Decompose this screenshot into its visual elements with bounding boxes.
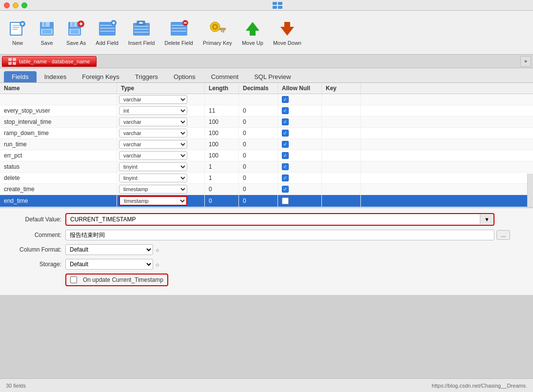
row-type[interactable]: timestamp (117, 195, 205, 207)
type-select[interactable]: varchar (119, 129, 187, 137)
svg-rect-16 (42, 30, 51, 34)
allow-null-checkbox[interactable] (282, 141, 289, 148)
col-type: Type (117, 83, 205, 94)
row-allow-null (278, 139, 322, 150)
on-update-box: On update Current_Timestamp (65, 274, 168, 286)
row-type[interactable]: varchar (117, 139, 205, 150)
storage-select[interactable]: Default (65, 259, 153, 270)
move-down-button[interactable]: Move Down (269, 17, 305, 48)
row-key (322, 117, 361, 127)
expand-button[interactable]: » (520, 56, 531, 67)
save-as-button[interactable]: Save As (62, 17, 90, 48)
allow-null-checkbox[interactable] (282, 186, 289, 193)
type-select[interactable]: timestamp (119, 196, 187, 206)
delete-field-button[interactable]: Delete Field (160, 17, 197, 48)
allow-null-checkbox[interactable] (282, 163, 289, 170)
default-value-input[interactable] (66, 214, 480, 225)
svg-rect-14 (44, 22, 46, 26)
row-name: every_stop_vuser (0, 105, 117, 116)
type-select[interactable]: varchar (119, 118, 187, 126)
row-key (322, 105, 361, 116)
traffic-lights (4, 2, 27, 8)
primary-key-button[interactable]: Primary Key (199, 17, 236, 48)
new-label: New (12, 40, 23, 46)
column-format-select[interactable]: Default (65, 244, 153, 255)
type-select[interactable]: tinyint (119, 174, 187, 182)
row-type[interactable]: varchar (117, 150, 205, 161)
svg-rect-42 (172, 31, 186, 32)
row-name: run_time (0, 139, 117, 150)
row-allow-null (278, 173, 322, 183)
address-tab[interactable]: table_name · database_name (2, 56, 97, 67)
tab-options[interactable]: Options (166, 71, 203, 82)
table-row: stop_interval_time varchar 100 0 (0, 117, 533, 128)
tab-foreign-keys[interactable]: Foreign Keys (74, 71, 127, 82)
type-select[interactable]: timestamp (119, 185, 187, 194)
row-type[interactable]: varchar (117, 94, 205, 105)
delete-field-label: Delete Field (164, 40, 193, 46)
row-type[interactable]: varchar (117, 128, 205, 138)
default-value-dropdown[interactable]: ▼ (480, 215, 494, 224)
table-row: ramp_down_time varchar 100 0 (0, 128, 533, 139)
row-type[interactable]: int (117, 105, 205, 116)
svg-rect-2 (273, 6, 277, 9)
svg-marker-51 (246, 22, 259, 36)
tab-fields[interactable]: Fields (4, 71, 37, 82)
tab-indexes[interactable]: Indexes (37, 71, 75, 82)
allow-null-checkbox[interactable] (282, 197, 289, 204)
on-update-checkbox[interactable] (70, 276, 77, 283)
row-decimals: 0 (239, 161, 278, 172)
row-type[interactable]: tinyint (117, 161, 205, 172)
new-button[interactable]: New (4, 17, 31, 48)
allow-null-checkbox[interactable] (282, 96, 289, 103)
add-field-icon (98, 19, 117, 39)
row-length: 100 (205, 128, 239, 138)
column-format-label: Column Format: (8, 246, 61, 253)
row-type[interactable]: tinyint (117, 173, 205, 183)
window-title (27, 1, 529, 9)
col-name: Name (0, 83, 117, 94)
row-type[interactable]: timestamp (117, 184, 205, 195)
row-length: 0 (205, 195, 239, 207)
allow-null-checkbox[interactable] (282, 130, 289, 137)
tab-sql-preview[interactable]: SQL Preview (246, 71, 298, 82)
svg-rect-56 (13, 62, 16, 65)
svg-rect-55 (8, 62, 12, 65)
move-up-button[interactable]: Move Up (238, 17, 267, 48)
insert-field-button[interactable]: Insert Field (124, 17, 158, 48)
type-select[interactable]: int (119, 106, 187, 115)
type-select[interactable]: tinyint (119, 162, 187, 171)
row-name: ramp_down_time (0, 128, 117, 138)
type-select[interactable]: varchar (119, 151, 187, 160)
svg-rect-50 (221, 30, 222, 32)
minimize-button[interactable] (13, 2, 19, 8)
status-url: https://blog.csdn.net/Chasing__Dreams. (432, 383, 527, 389)
table-row: delete tinyint 1 0 (0, 173, 533, 184)
comment-ellipsis-button[interactable]: ... (496, 230, 510, 240)
add-field-button[interactable]: Add Field (92, 17, 122, 48)
toolbar: New Save (0, 11, 533, 55)
svg-rect-0 (273, 2, 277, 5)
row-key (322, 94, 361, 105)
type-select[interactable]: varchar (119, 140, 187, 149)
allow-null-checkbox[interactable] (282, 152, 289, 159)
type-select[interactable]: varchar (119, 95, 187, 104)
close-button[interactable] (4, 2, 10, 8)
row-length: 0 (205, 184, 239, 195)
comment-input[interactable] (65, 230, 494, 240)
tab-triggers[interactable]: Triggers (127, 71, 166, 82)
maximize-button[interactable] (21, 2, 27, 8)
tab-comment[interactable]: Comment (203, 71, 246, 82)
row-allow-null (278, 94, 322, 105)
allow-null-checkbox[interactable] (282, 118, 289, 125)
row-type[interactable]: varchar (117, 117, 205, 127)
scrollbar[interactable] (527, 174, 533, 208)
move-down-icon (277, 19, 297, 39)
save-button[interactable]: Save (33, 17, 60, 48)
allow-null-checkbox[interactable] (282, 107, 289, 114)
insert-field-icon (132, 19, 151, 39)
row-name: status (0, 161, 117, 172)
col-allow-null: Allow Null (278, 83, 322, 94)
table-row-selected[interactable]: end_time timestamp 0 0 (0, 195, 533, 207)
allow-null-checkbox[interactable] (282, 175, 289, 181)
